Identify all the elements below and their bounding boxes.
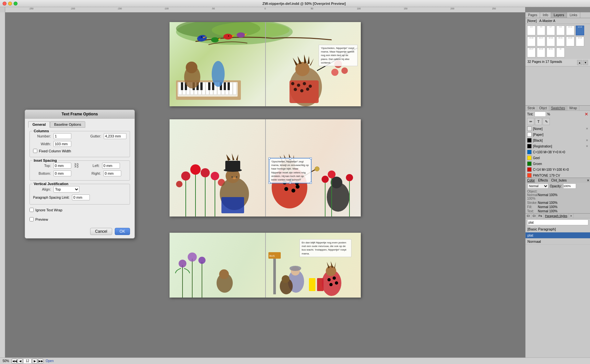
ignore-wrap-checkbox[interactable]: [30, 208, 34, 212]
page-thumb-30-31[interactable]: 30-31: [547, 48, 555, 57]
tab-ci1[interactable]: CI: [525, 214, 531, 218]
zoom-level: 50%: [3, 359, 9, 363]
cancel-button[interactable]: Cancel: [90, 228, 112, 235]
align-select[interactable]: Top Center Bottom Justify: [53, 186, 79, 193]
page-thumb-18-19[interactable]: 18-19: [547, 37, 555, 46]
tab-general[interactable]: General: [28, 121, 50, 128]
inset-left-input[interactable]: [102, 163, 120, 169]
text-value: Normal 100%: [538, 209, 558, 213]
fixed-col-checkbox[interactable]: [33, 149, 37, 153]
tab-object[interactable]: Objct: [537, 106, 549, 111]
tab-baseline[interactable]: Baseline Options: [50, 121, 85, 128]
pen-fill-icon[interactable]: T: [535, 118, 542, 125]
tab-color[interactable]: Color: [525, 178, 537, 183]
spread-2: 'Opschieten, Nippertje!' zegt mama, terw…: [170, 119, 361, 217]
tab-para-close[interactable]: ×: [569, 214, 573, 218]
swatch-c100[interactable]: C=100 M=38 Y=0 K=0: [525, 149, 590, 155]
pages-scroll-up[interactable]: ▲: [577, 60, 582, 65]
gutter-input[interactable]: [104, 133, 126, 139]
page-thumb-24-25[interactable]: 24-25: [576, 37, 584, 46]
page-thumb-28-29[interactable]: 28-29: [537, 48, 545, 57]
blend-mode-select[interactable]: Normal: [527, 183, 549, 189]
swatch-delete-icon[interactable]: ✕: [584, 112, 588, 117]
page-thumb-6-7[interactable]: 6-7: [547, 26, 555, 35]
para-search-input[interactable]: [527, 219, 588, 225]
next-page-button[interactable]: ▶: [32, 358, 37, 364]
page-number-input[interactable]: [23, 358, 31, 364]
tab-effects[interactable]: Effects: [537, 178, 549, 183]
para-style-normaal[interactable]: Normaal: [525, 239, 590, 245]
spread2-text-selected[interactable]: 'Opschieten, Nippertje!' zegt mama, terw…: [269, 158, 311, 183]
prev-page-button[interactable]: ◀: [18, 358, 23, 364]
page-thumb-2-3[interactable]: 2-3: [527, 26, 536, 35]
panel-top-tabs: Pages Info Layers Links: [525, 12, 590, 18]
open-label[interactable]: Open: [46, 359, 53, 363]
maximize-button[interactable]: [14, 2, 18, 6]
inset-right-input[interactable]: [103, 170, 121, 176]
swatch-registration[interactable]: [Registration] ✕: [525, 143, 590, 149]
close-button[interactable]: [3, 2, 6, 6]
inset-right-label: Right:: [83, 171, 101, 175]
svg-point-83: [315, 167, 319, 171]
swatch-c14[interactable]: C=14 M=100 Y=100 K=0: [525, 167, 590, 172]
pen-stroke-icon[interactable]: ✏: [527, 118, 534, 125]
page-thumb-16-17[interactable]: 16-17: [537, 37, 545, 46]
page-thumb-12-13[interactable]: 12-13: [576, 26, 584, 35]
tint-input[interactable]: [535, 112, 546, 117]
pen-t-icon[interactable]: ✎: [543, 118, 550, 125]
right-panel: Pages Info Layers Links [None] A-Master …: [525, 12, 590, 358]
page-thumb-10-11[interactable]: 10-11: [566, 26, 574, 35]
spacing-input[interactable]: [72, 194, 90, 200]
tab-layers[interactable]: Layers: [551, 12, 567, 18]
opacity-input[interactable]: [563, 183, 576, 189]
ok-button[interactable]: OK: [115, 228, 130, 235]
swatch-pantone[interactable]: PANTONE 179 CV: [525, 172, 590, 178]
swatch-groen[interactable]: Groen: [525, 161, 590, 167]
svg-point-49: [303, 82, 306, 85]
number-input[interactable]: [53, 133, 71, 139]
inset-bottom-input[interactable]: [53, 170, 71, 176]
tab-pages[interactable]: Pages: [525, 12, 540, 18]
minimize-button[interactable]: [8, 2, 12, 6]
chain-icon[interactable]: ⛓: [74, 163, 79, 169]
tab-ci2[interactable]: CI: [531, 214, 537, 218]
para-style-basic[interactable]: [Basic Paragraph]: [525, 226, 590, 232]
effects-close-icon[interactable]: ✕: [586, 178, 590, 183]
tab-stroke[interactable]: Strok: [525, 106, 537, 111]
page-thumb-20-21[interactable]: 20-21: [556, 37, 565, 46]
page-thumb-8-9[interactable]: 8-9: [556, 26, 565, 35]
preview-checkbox[interactable]: [30, 217, 34, 221]
swatch-none[interactable]: [None] ✕: [525, 126, 590, 132]
text-frame-options-dialog[interactable]: Text Frame Options General Baseline Opti…: [25, 110, 135, 239]
tab-pa[interactable]: Pa: [537, 214, 544, 218]
canvas-area[interactable]: 'Opschieten, Nippertje!' roept mama. Maa…: [5, 12, 525, 358]
page-thumb-4-5[interactable]: 4-5: [537, 26, 545, 35]
page-thumb-26-27[interactable]: 26-27: [527, 48, 536, 57]
tab-paragraph-styles[interactable]: Paragraph Styles: [544, 214, 569, 218]
page-thumb-32[interactable]: 32: [556, 48, 565, 57]
page-thumb-22-23[interactable]: 22-23: [566, 37, 574, 46]
tab-wrap[interactable]: Wrap: [567, 106, 579, 111]
tab-links[interactable]: Links: [567, 12, 580, 18]
first-page-button[interactable]: ◀◀: [12, 358, 17, 364]
svg-point-43: [212, 61, 225, 87]
pages-scroll-down[interactable]: ▼: [583, 60, 588, 65]
align-row: Align: Top Center Bottom Justify: [33, 186, 126, 193]
last-page-button[interactable]: ▶▶: [38, 358, 43, 364]
swatch-black[interactable]: [Black] ✕: [525, 137, 590, 143]
para-style-plat[interactable]: plat: [525, 232, 590, 239]
swatch-paper[interactable]: [Paper]: [525, 132, 590, 137]
preview-row: Preview: [25, 217, 135, 225]
object-row: Object: Normal 100% Normal 100%: [525, 189, 590, 201]
width-input[interactable]: [53, 141, 71, 147]
svg-point-42: [186, 62, 197, 73]
tab-clnt[interactable]: Clnt_butes: [549, 178, 568, 183]
inset-top-input[interactable]: [53, 163, 71, 169]
page-thumb-14-15[interactable]: 14-15: [527, 37, 536, 46]
ignore-wrap-row: Ignore Text Wrap: [30, 208, 130, 212]
swatch-geel[interactable]: Geel: [525, 155, 590, 161]
svg-point-91: [346, 174, 353, 181]
svg-point-114: [329, 283, 333, 286]
tab-info[interactable]: Info: [540, 12, 551, 18]
tab-swatches[interactable]: Swatches: [549, 106, 567, 111]
